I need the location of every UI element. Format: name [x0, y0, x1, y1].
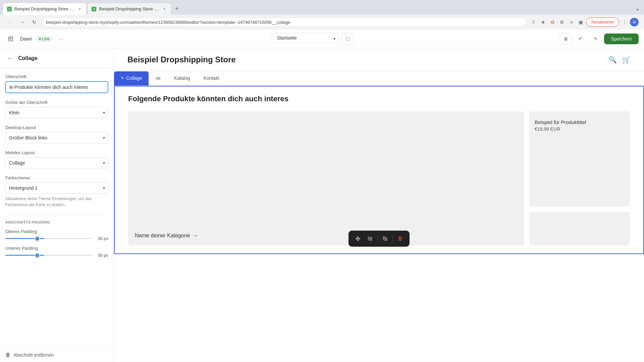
update-browser-button[interactable]: Aktualisieren	[586, 17, 619, 27]
menu-icon[interactable]: ≡	[567, 18, 575, 26]
color-scheme-label: Farbschema	[5, 175, 108, 180]
profile-avatar[interactable]: U	[630, 18, 639, 26]
address-bar-input[interactable]	[42, 17, 527, 27]
undo-button[interactable]: ↶	[575, 33, 587, 45]
desktop-view-button[interactable]: 🖥	[560, 33, 572, 45]
home-button[interactable]	[5, 34, 16, 44]
bookmark-icon[interactable]: ★	[539, 18, 547, 26]
tab-1-label: Beispiel Dropshipping Store ·...	[14, 6, 74, 11]
save-button[interactable]: Speichern	[604, 34, 639, 44]
tab-2-close[interactable]: ×	[162, 6, 167, 12]
collage-layout: Name deiner Kategorie → Beispiel für Pro…	[128, 111, 630, 245]
back-button[interactable]: ←	[5, 17, 15, 27]
nav-item-collage[interactable]: ✎ Collage	[114, 71, 149, 85]
heading-size-label: Größe der Überschrift	[5, 100, 108, 105]
forward-button[interactable]: →	[17, 17, 27, 27]
tab-2-favicon: S	[92, 7, 96, 11]
cart-icon[interactable]: 🛒	[622, 56, 631, 64]
big-block-label: Name deiner Kategorie →	[135, 233, 517, 239]
nav-item-contact[interactable]: Kontakt	[197, 71, 226, 85]
redo-button[interactable]: ↷	[589, 33, 601, 45]
tab-2-label: Beispiel Dropshipping Store ·...	[99, 6, 159, 11]
delete-section-label: Abschnitt entfernen	[13, 352, 54, 358]
desktop-layout-field-group: Desktop-Layout Großer Block links Großer…	[5, 125, 108, 143]
nav-item-home[interactable]: ne	[149, 71, 167, 85]
collage-content-area: Folgende Produkte könnten dich auch inte…	[114, 86, 644, 254]
bottom-padding-value: 36 px	[95, 253, 108, 258]
arrow-right-icon: →	[193, 233, 198, 239]
toolbar-hide-button[interactable]	[380, 233, 390, 244]
toolbar-separator-2	[392, 235, 393, 242]
search-icon[interactable]: 🔍	[608, 56, 617, 64]
toolbar-delete-button[interactable]	[395, 233, 406, 244]
live-badge: Live	[36, 36, 52, 42]
store-nav: ✎ Collage ne Katalog Kontakt	[114, 71, 644, 86]
sidebar-title: Collage	[18, 55, 38, 61]
share-icon[interactable]: ⇧	[530, 18, 538, 26]
heading-field-label: Überschrift	[5, 74, 108, 79]
heading-input[interactable]	[5, 81, 108, 93]
tab-expand-button[interactable]: ▾	[634, 6, 641, 13]
padding-section-heading: ABSCHNITTS-PADDING	[5, 220, 108, 224]
nav-collage-label: Collage	[126, 75, 142, 81]
reload-button[interactable]: ↻	[30, 17, 39, 27]
tab-1-close[interactable]: ×	[77, 6, 82, 12]
more-button[interactable]: ···	[56, 34, 66, 44]
store-icons: 🔍 🛒	[608, 56, 631, 64]
mobile-layout-select[interactable]: Collage Spalte	[5, 157, 108, 169]
top-padding-value: 36 px	[95, 236, 108, 241]
small-blocks: Beispiel für Produkttitel €19,99 EUR	[529, 111, 630, 245]
content-heading: Folgende Produkte könnten dich auch inte…	[128, 95, 630, 103]
new-tab-button[interactable]: +	[172, 4, 181, 13]
wallets-icon[interactable]: ▣	[577, 18, 585, 26]
floating-toolbar	[348, 231, 410, 247]
sidebar-back-button[interactable]: ←	[5, 54, 15, 63]
bottom-padding-field: Unteres Padding 36 px	[5, 246, 108, 258]
color-scheme-help-text: Aktualisiere deine Theme-Einstellungen, …	[5, 196, 108, 208]
live-label: Live	[42, 37, 50, 41]
nav-collage-icon: ✎	[121, 76, 124, 80]
theme-name: Dawn	[20, 36, 32, 42]
toolbar-separator-1	[377, 235, 378, 242]
mobile-layout-field-group: Mobiles Layout Collage Spalte ▾	[5, 150, 108, 169]
bottom-padding-label: Unteres Padding	[5, 246, 108, 251]
heading-size-field-group: Größe der Überschrift Klein Mittel Groß …	[5, 100, 108, 118]
svg-rect-0	[9, 37, 13, 41]
toolbar-move-button[interactable]	[353, 233, 363, 244]
desktop-layout-select[interactable]: Großer Block links Großer Block rechts G…	[5, 132, 108, 143]
top-padding-slider[interactable]	[5, 238, 92, 239]
browser-tab-1[interactable]: S Beispiel Dropshipping Store ·... ×	[3, 3, 87, 15]
top-padding-label: Oberes Padding	[5, 229, 108, 234]
small-block-2[interactable]	[529, 212, 630, 245]
browser-menu-icon[interactable]: ⋮	[621, 18, 629, 26]
toolbar-reorder-button[interactable]	[365, 233, 375, 244]
big-block[interactable]: Name deiner Kategorie →	[128, 111, 524, 245]
color-scheme-select[interactable]: Hintergrund 1 Hintergrund 2 Akzent 1	[5, 182, 108, 194]
nav-item-catalog[interactable]: Katalog	[167, 71, 197, 85]
small-block-1[interactable]: Beispiel für Produkttitel €19,99 EUR	[529, 111, 630, 206]
heading-field-group: Überschrift	[5, 74, 108, 93]
preview-mode-button[interactable]: □	[341, 33, 354, 45]
opera-icon[interactable]: O	[548, 18, 556, 26]
delete-icon: 🗑	[5, 352, 11, 358]
live-dot	[39, 38, 41, 40]
tab-1-favicon: S	[7, 7, 12, 11]
heading-size-select[interactable]: Klein Mittel Groß	[5, 107, 108, 118]
delete-section-button[interactable]: 🗑 Abschnitt entfernen	[0, 348, 114, 362]
product-price: €19,99 EUR	[535, 126, 625, 132]
store-name: Beispiel Dropshipping Store	[127, 55, 236, 64]
extension-icon[interactable]: ⚙	[558, 18, 566, 26]
mobile-layout-label: Mobiles Layout	[5, 150, 108, 155]
top-padding-field: Oberes Padding 36 px	[5, 229, 108, 241]
bottom-padding-slider[interactable]	[5, 255, 92, 256]
product-title: Beispiel für Produkttitel	[535, 119, 625, 125]
category-name: Name deiner Kategorie	[135, 233, 190, 239]
browser-tab-2[interactable]: S Beispiel Dropshipping Store ·... ×	[87, 3, 171, 15]
desktop-layout-label: Desktop-Layout	[5, 125, 108, 130]
store-header: Beispiel Dropshipping Store 🔍 🛒	[114, 48, 644, 71]
page-selector[interactable]: Startseite	[272, 33, 339, 43]
color-scheme-field-group: Farbschema Hintergrund 1 Hintergrund 2 A…	[5, 175, 108, 208]
